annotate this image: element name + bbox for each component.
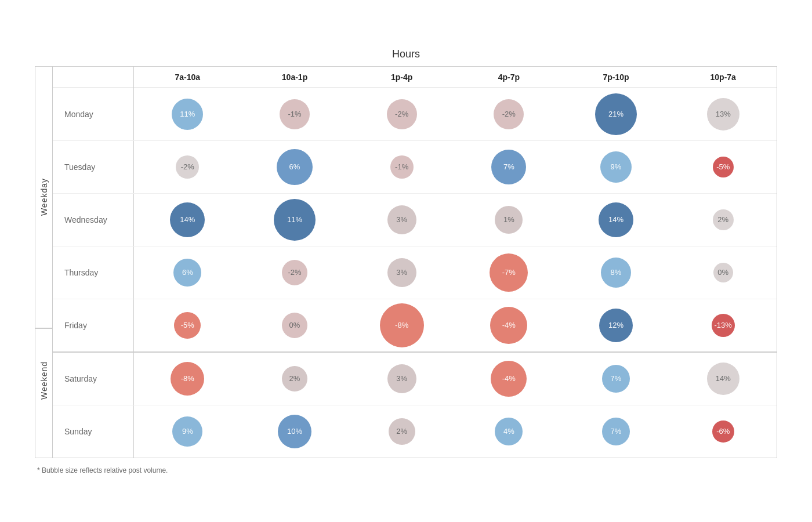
- data-cell: -2%: [348, 88, 455, 140]
- table-row: Friday-5%0%-8%-4%12%-13%: [53, 299, 777, 353]
- day-label: Friday: [53, 299, 134, 351]
- data-cell: -1%: [241, 88, 349, 140]
- table-row: Wednesday14%11%3%1%14%2%: [53, 194, 777, 246]
- col-header: 7a-10a: [134, 67, 241, 88]
- data-cell: 0%: [669, 246, 777, 299]
- bubble: 10%: [278, 415, 311, 448]
- col-header: 4p-7p: [455, 67, 563, 88]
- data-cell: 13%: [669, 88, 777, 140]
- bubble: 2%: [389, 418, 415, 445]
- data-cell: 1%: [455, 194, 563, 246]
- data-cell: 4%: [455, 405, 563, 458]
- bubble: -6%: [712, 420, 734, 443]
- group-labels-column: Weekday Weekend: [35, 67, 53, 458]
- data-cell: 2%: [241, 353, 349, 405]
- table-row: Monday11%-1%-2%-2%21%13%: [53, 88, 777, 141]
- data-table: Weekday Weekend 7a-10a10a-1p1p-4p4p-7p7p…: [35, 66, 777, 458]
- col-header: 7p-10p: [563, 67, 670, 88]
- data-cell: 7%: [455, 141, 563, 193]
- weekday-group-label: Weekday: [35, 67, 52, 328]
- data-cell: 3%: [348, 194, 455, 246]
- bubble: -1%: [390, 155, 414, 179]
- bubble: -5%: [713, 157, 734, 177]
- bubble: 0%: [713, 263, 733, 282]
- data-cell: 21%: [563, 88, 670, 140]
- data-cell: 9%: [563, 141, 670, 193]
- data-cell: 11%: [134, 88, 241, 140]
- bubble: 3%: [387, 364, 416, 393]
- data-cell: -8%: [134, 353, 241, 405]
- col-header: 1p-4p: [348, 67, 455, 88]
- data-cell: 6%: [241, 141, 349, 193]
- bubble: -4%: [490, 307, 527, 344]
- table-row: Sunday9%10%2%4%7%-6%: [53, 405, 777, 458]
- bubble: -2%: [387, 99, 417, 129]
- data-cell: 3%: [348, 246, 455, 299]
- data-cell: 7%: [563, 353, 670, 405]
- data-cell: 10%: [241, 405, 349, 458]
- data-cell: 6%: [134, 246, 241, 299]
- day-label: Saturday: [53, 353, 134, 405]
- data-cell: -13%: [669, 299, 777, 351]
- data-cell: 9%: [134, 405, 241, 458]
- bubble: -2%: [494, 99, 524, 129]
- bubble: 7%: [602, 418, 630, 445]
- data-cell: -6%: [669, 405, 777, 458]
- data-cell: 14%: [669, 353, 777, 405]
- day-label: Tuesday: [53, 141, 134, 193]
- bubble: -2%: [282, 260, 307, 285]
- chart-container: Hours Weekday Weekend: [17, 37, 795, 486]
- bubble: 11%: [274, 199, 316, 241]
- bubble: -8%: [171, 362, 204, 396]
- bubble: -7%: [490, 253, 528, 292]
- bubble: 14%: [599, 202, 633, 237]
- day-label: Thursday: [53, 246, 134, 299]
- data-cell: -5%: [669, 141, 777, 193]
- bubble: 2%: [282, 366, 307, 392]
- bubble: 6%: [277, 149, 313, 185]
- bubble: -5%: [174, 312, 201, 339]
- bubble: 1%: [495, 206, 523, 234]
- bubble: 6%: [173, 259, 201, 287]
- bubble: -2%: [176, 155, 199, 179]
- bubble: 2%: [713, 209, 734, 230]
- data-cell: -8%: [348, 299, 455, 351]
- day-label: Monday: [53, 88, 134, 140]
- data-cell: 14%: [563, 194, 670, 246]
- data-cell: 3%: [348, 353, 455, 405]
- data-cell: 0%: [241, 299, 349, 351]
- day-label: Wednesday: [53, 194, 134, 246]
- bubble: 0%: [282, 313, 307, 338]
- footnote: * Bubble size reflects relative post vol…: [35, 466, 777, 474]
- bubble: -1%: [280, 99, 310, 129]
- data-cell: -5%: [134, 299, 241, 351]
- data-cell: -7%: [455, 246, 563, 299]
- bubble: 7%: [602, 365, 630, 393]
- day-label: Sunday: [53, 405, 134, 458]
- data-cell: 2%: [348, 405, 455, 458]
- data-cell: -4%: [455, 299, 563, 351]
- col-header: 10p-7a: [669, 67, 777, 88]
- data-cell: -2%: [455, 88, 563, 140]
- data-cell: 8%: [563, 246, 670, 299]
- data-cell: 11%: [241, 194, 349, 246]
- bubble: 14%: [170, 202, 205, 237]
- bubble: 3%: [387, 205, 416, 234]
- data-cell: 14%: [134, 194, 241, 246]
- data-cell: 7%: [563, 405, 670, 458]
- data-cell: -2%: [134, 141, 241, 193]
- bubble: 4%: [495, 418, 523, 445]
- data-cell: 2%: [669, 194, 777, 246]
- data-cell: -4%: [455, 353, 563, 405]
- bubble: -8%: [380, 303, 424, 347]
- data-cell: -1%: [348, 141, 455, 193]
- bubble: 12%: [599, 309, 633, 342]
- bubble: 11%: [172, 99, 203, 130]
- bubble: 13%: [707, 98, 740, 130]
- col-header: 10a-1p: [241, 67, 349, 88]
- weekend-group-label: Weekend: [35, 328, 52, 432]
- bubble: 3%: [387, 258, 416, 287]
- bubble: 14%: [707, 362, 740, 395]
- data-cell: -2%: [241, 246, 349, 299]
- data-cell: 12%: [563, 299, 670, 351]
